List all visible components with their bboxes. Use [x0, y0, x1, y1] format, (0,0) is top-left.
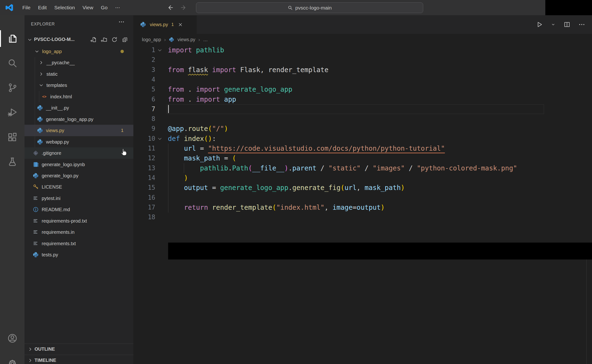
code-token: ,	[324, 203, 332, 211]
line-number[interactable]: 3	[133, 65, 155, 75]
tree-item-logo_app[interactable]: logo_app	[25, 46, 133, 57]
line-number[interactable]: 16	[133, 193, 155, 203]
line-number[interactable]: 10	[133, 134, 155, 143]
menu-edit[interactable]: Edit	[34, 3, 51, 12]
line-number[interactable]: 9	[133, 124, 155, 134]
code-line-14[interactable]: )	[168, 173, 188, 183]
tree-item-label: generate_logo_app.py	[46, 117, 93, 122]
section-outline[interactable]: OUTLINE	[25, 344, 133, 355]
menu-file[interactable]: File	[19, 3, 34, 12]
code-line-15[interactable]: output = generate_logo_app.generate_fig(…	[168, 183, 405, 193]
tree-item-__pycache__[interactable]: __pycache__	[25, 57, 133, 68]
menu-view[interactable]: View	[78, 3, 97, 12]
code-token: mask_path	[364, 184, 401, 192]
tree-item-static[interactable]: static	[25, 68, 133, 80]
tree-item-pytest.ini[interactable]: pytest.ini	[25, 193, 133, 204]
code-line-10[interactable]: def index():	[168, 134, 216, 143]
activity-manage[interactable]	[0, 353, 25, 364]
code-line-9[interactable]: @app.route("/")	[168, 124, 228, 134]
tree-item-templates[interactable]: templates	[25, 79, 133, 91]
command-center-search[interactable]: pvscc-logo-main	[196, 2, 423, 13]
tree-item-generate_logo.py[interactable]: generate_logo.py	[25, 170, 133, 182]
tree-item-.gitignore[interactable]: .gitignore	[25, 147, 133, 159]
menu-selection[interactable]: Selection	[51, 3, 78, 12]
line-number[interactable]: 15	[133, 183, 155, 193]
code-token: /	[405, 164, 417, 172]
line-number[interactable]: 13	[133, 163, 155, 173]
code-token: (	[272, 203, 276, 211]
tree-item-tests.py[interactable]: tests.py	[25, 249, 133, 260]
section-timeline[interactable]: TIMELINE	[25, 355, 133, 364]
tree-item-webapp.py[interactable]: webapp.py	[25, 136, 133, 148]
back-arrow-icon[interactable]	[167, 4, 174, 11]
line-number[interactable]: 11	[133, 143, 155, 153]
code-token	[220, 85, 224, 93]
tree-item-label: templates	[46, 83, 67, 88]
code-editor[interactable]: 123456789101112131415161718 import pathl…	[133, 15, 592, 364]
tree-item-index.html[interactable]: <>index.html	[25, 91, 133, 102]
editor-group: views.py 1 logo_app›views.py›… 123456789…	[133, 15, 592, 364]
code-line-1[interactable]: import pathlib	[168, 45, 224, 55]
code-token: from	[168, 66, 184, 74]
tree-item-README.md[interactable]: README.md	[25, 204, 133, 215]
line-number[interactable]: 12	[133, 153, 155, 163]
code-line-12[interactable]: mask_path = (	[168, 153, 236, 163]
cfg-file-icon	[33, 240, 39, 247]
code-token: =	[220, 154, 232, 162]
code-token	[192, 46, 196, 54]
code-line-6[interactable]: from . import app	[168, 95, 236, 104]
modified-dot-indicator	[121, 50, 124, 53]
code-token: /	[361, 164, 373, 172]
tree-item-label: generate_logo.ipynb	[42, 162, 85, 167]
line-number[interactable]: 14	[133, 173, 155, 183]
tree-item-requirements.txt[interactable]: requirements.txt	[25, 238, 133, 249]
code-token	[220, 96, 224, 103]
line-number[interactable]: 7	[133, 104, 155, 114]
code-token: "python-colored-mask.png"	[417, 164, 517, 172]
code-token: ()	[204, 135, 212, 143]
code-token: =	[196, 144, 208, 152]
tree-item-generate_logo_app.py[interactable]: generate_logo_app.py	[25, 114, 133, 125]
fold-chevron-icon[interactable]	[157, 136, 163, 142]
line-number[interactable]: 2	[133, 55, 155, 65]
tree-item-__init__.py[interactable]: __init__.py	[25, 102, 133, 114]
tree-item-label: index.html	[50, 94, 72, 99]
tree-item-label: __init__.py	[46, 105, 69, 111]
menu-[interactable]: ⋯	[111, 3, 124, 12]
menu-go[interactable]: Go	[97, 3, 111, 12]
line-number[interactable]: 4	[133, 75, 155, 84]
code-token: )	[401, 184, 405, 192]
py-file-icon	[33, 252, 39, 258]
activity-run-and-debug[interactable]	[0, 102, 25, 122]
code-line-11[interactable]: url = "https://code.visualstudio.com/doc…	[168, 143, 445, 153]
tree-indent-guide	[39, 91, 39, 102]
code-line-13[interactable]: pathlib.Path(__file__).parent / "static"…	[168, 163, 517, 173]
code-token: )	[224, 125, 228, 133]
tree-item-label: requirements-prod.txt	[42, 218, 87, 224]
line-number[interactable]: 18	[133, 212, 155, 222]
line-number[interactable]: 1	[133, 45, 155, 55]
line-number[interactable]: 8	[133, 114, 155, 124]
tree-item-label: generate_logo.py	[42, 173, 78, 178]
activity-testing[interactable]	[0, 152, 25, 172]
line-number[interactable]: 5	[133, 84, 155, 94]
code-line-5[interactable]: from . import generate_logo_app	[168, 84, 293, 94]
tree-item-generate_logo.ipynb[interactable]: generate_logo.ipynb	[25, 159, 133, 170]
fold-chevron-icon[interactable]	[157, 47, 163, 53]
tree-item-views.py[interactable]: views.py1	[25, 125, 133, 136]
line-number[interactable]: 6	[133, 95, 155, 104]
tree-item-requirements.in[interactable]: requirements.in	[25, 226, 133, 238]
tree-item-requirements-prod.txt[interactable]: requirements-prod.txt	[25, 215, 133, 227]
line-number[interactable]: 17	[133, 203, 155, 212]
code-line-3[interactable]: from flask import Flask, render_template	[168, 65, 328, 75]
activity-search[interactable]	[0, 53, 25, 73]
tree-item-label: static	[46, 71, 58, 77]
forward-arrow-icon[interactable]	[180, 4, 187, 11]
activity-accounts[interactable]	[0, 328, 25, 349]
tree-item-LICENSE[interactable]: LICENSE	[25, 181, 133, 193]
code-line-17[interactable]: return render_template("index.html", ima…	[168, 203, 384, 212]
activity-source-control[interactable]	[0, 77, 25, 98]
py-file-icon	[37, 127, 43, 134]
activity-extensions[interactable]	[0, 127, 25, 148]
activity-explorer[interactable]	[0, 28, 25, 49]
